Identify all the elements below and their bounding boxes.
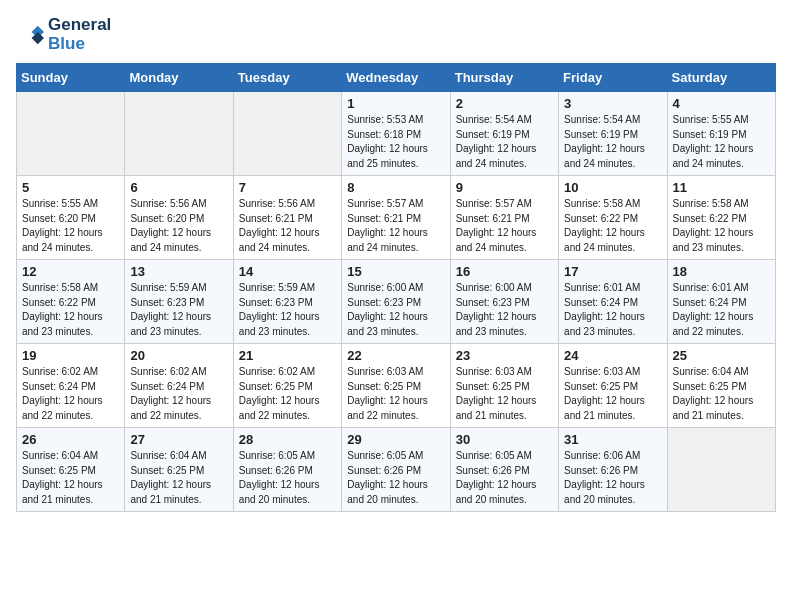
- logo-icon: [16, 21, 44, 49]
- day-info: Sunrise: 5:57 AM Sunset: 6:21 PM Dayligh…: [456, 197, 553, 255]
- weekday-header: Sunday: [17, 64, 125, 92]
- day-number: 6: [130, 180, 227, 195]
- day-number: 19: [22, 348, 119, 363]
- day-info: Sunrise: 5:54 AM Sunset: 6:19 PM Dayligh…: [456, 113, 553, 171]
- logo-line1: General: [48, 16, 111, 35]
- calendar-cell: 6Sunrise: 5:56 AM Sunset: 6:20 PM Daylig…: [125, 176, 233, 260]
- day-number: 9: [456, 180, 553, 195]
- calendar-cell: [125, 92, 233, 176]
- day-info: Sunrise: 5:57 AM Sunset: 6:21 PM Dayligh…: [347, 197, 444, 255]
- calendar-header: SundayMondayTuesdayWednesdayThursdayFrid…: [17, 64, 776, 92]
- weekday-header: Tuesday: [233, 64, 341, 92]
- weekday-header: Saturday: [667, 64, 775, 92]
- calendar-cell: 18Sunrise: 6:01 AM Sunset: 6:24 PM Dayli…: [667, 260, 775, 344]
- day-number: 18: [673, 264, 770, 279]
- day-number: 28: [239, 432, 336, 447]
- weekday-header: Wednesday: [342, 64, 450, 92]
- day-info: Sunrise: 6:03 AM Sunset: 6:25 PM Dayligh…: [564, 365, 661, 423]
- day-number: 4: [673, 96, 770, 111]
- day-info: Sunrise: 6:01 AM Sunset: 6:24 PM Dayligh…: [564, 281, 661, 339]
- week-row: 26Sunrise: 6:04 AM Sunset: 6:25 PM Dayli…: [17, 428, 776, 512]
- calendar-cell: 7Sunrise: 5:56 AM Sunset: 6:21 PM Daylig…: [233, 176, 341, 260]
- calendar-cell: 4Sunrise: 5:55 AM Sunset: 6:19 PM Daylig…: [667, 92, 775, 176]
- day-info: Sunrise: 5:59 AM Sunset: 6:23 PM Dayligh…: [130, 281, 227, 339]
- day-number: 10: [564, 180, 661, 195]
- calendar-cell: 30Sunrise: 6:05 AM Sunset: 6:26 PM Dayli…: [450, 428, 558, 512]
- day-number: 22: [347, 348, 444, 363]
- day-info: Sunrise: 6:02 AM Sunset: 6:24 PM Dayligh…: [22, 365, 119, 423]
- day-info: Sunrise: 5:58 AM Sunset: 6:22 PM Dayligh…: [564, 197, 661, 255]
- day-info: Sunrise: 5:59 AM Sunset: 6:23 PM Dayligh…: [239, 281, 336, 339]
- calendar-cell: 24Sunrise: 6:03 AM Sunset: 6:25 PM Dayli…: [559, 344, 667, 428]
- day-number: 21: [239, 348, 336, 363]
- weekday-header: Thursday: [450, 64, 558, 92]
- day-info: Sunrise: 6:04 AM Sunset: 6:25 PM Dayligh…: [22, 449, 119, 507]
- calendar-cell: [17, 92, 125, 176]
- day-number: 13: [130, 264, 227, 279]
- day-info: Sunrise: 5:56 AM Sunset: 6:20 PM Dayligh…: [130, 197, 227, 255]
- week-row: 5Sunrise: 5:55 AM Sunset: 6:20 PM Daylig…: [17, 176, 776, 260]
- day-number: 26: [22, 432, 119, 447]
- day-number: 11: [673, 180, 770, 195]
- calendar-cell: 12Sunrise: 5:58 AM Sunset: 6:22 PM Dayli…: [17, 260, 125, 344]
- calendar-cell: 31Sunrise: 6:06 AM Sunset: 6:26 PM Dayli…: [559, 428, 667, 512]
- day-number: 12: [22, 264, 119, 279]
- calendar-cell: 5Sunrise: 5:55 AM Sunset: 6:20 PM Daylig…: [17, 176, 125, 260]
- day-number: 24: [564, 348, 661, 363]
- weekday-row: SundayMondayTuesdayWednesdayThursdayFrid…: [17, 64, 776, 92]
- calendar-cell: 19Sunrise: 6:02 AM Sunset: 6:24 PM Dayli…: [17, 344, 125, 428]
- weekday-header: Friday: [559, 64, 667, 92]
- day-info: Sunrise: 6:06 AM Sunset: 6:26 PM Dayligh…: [564, 449, 661, 507]
- day-number: 29: [347, 432, 444, 447]
- day-info: Sunrise: 5:56 AM Sunset: 6:21 PM Dayligh…: [239, 197, 336, 255]
- day-number: 27: [130, 432, 227, 447]
- day-number: 17: [564, 264, 661, 279]
- day-info: Sunrise: 5:58 AM Sunset: 6:22 PM Dayligh…: [673, 197, 770, 255]
- day-info: Sunrise: 5:58 AM Sunset: 6:22 PM Dayligh…: [22, 281, 119, 339]
- day-info: Sunrise: 6:01 AM Sunset: 6:24 PM Dayligh…: [673, 281, 770, 339]
- day-info: Sunrise: 6:03 AM Sunset: 6:25 PM Dayligh…: [456, 365, 553, 423]
- calendar-cell: 27Sunrise: 6:04 AM Sunset: 6:25 PM Dayli…: [125, 428, 233, 512]
- calendar-cell: 13Sunrise: 5:59 AM Sunset: 6:23 PM Dayli…: [125, 260, 233, 344]
- day-info: Sunrise: 6:05 AM Sunset: 6:26 PM Dayligh…: [456, 449, 553, 507]
- header: General Blue: [16, 16, 776, 53]
- logo-text: General Blue: [48, 16, 111, 53]
- day-number: 1: [347, 96, 444, 111]
- calendar-cell: 11Sunrise: 5:58 AM Sunset: 6:22 PM Dayli…: [667, 176, 775, 260]
- calendar-cell: 20Sunrise: 6:02 AM Sunset: 6:24 PM Dayli…: [125, 344, 233, 428]
- calendar-cell: 15Sunrise: 6:00 AM Sunset: 6:23 PM Dayli…: [342, 260, 450, 344]
- calendar-table: SundayMondayTuesdayWednesdayThursdayFrid…: [16, 63, 776, 512]
- day-info: Sunrise: 6:02 AM Sunset: 6:24 PM Dayligh…: [130, 365, 227, 423]
- day-info: Sunrise: 6:05 AM Sunset: 6:26 PM Dayligh…: [239, 449, 336, 507]
- day-number: 5: [22, 180, 119, 195]
- day-number: 23: [456, 348, 553, 363]
- day-info: Sunrise: 6:00 AM Sunset: 6:23 PM Dayligh…: [347, 281, 444, 339]
- calendar-cell: 8Sunrise: 5:57 AM Sunset: 6:21 PM Daylig…: [342, 176, 450, 260]
- calendar-cell: 28Sunrise: 6:05 AM Sunset: 6:26 PM Dayli…: [233, 428, 341, 512]
- day-info: Sunrise: 6:00 AM Sunset: 6:23 PM Dayligh…: [456, 281, 553, 339]
- day-number: 30: [456, 432, 553, 447]
- calendar-cell: 16Sunrise: 6:00 AM Sunset: 6:23 PM Dayli…: [450, 260, 558, 344]
- page: General Blue SundayMondayTuesdayWednesda…: [0, 0, 792, 528]
- day-number: 16: [456, 264, 553, 279]
- day-info: Sunrise: 6:02 AM Sunset: 6:25 PM Dayligh…: [239, 365, 336, 423]
- day-number: 3: [564, 96, 661, 111]
- day-info: Sunrise: 5:55 AM Sunset: 6:19 PM Dayligh…: [673, 113, 770, 171]
- day-number: 14: [239, 264, 336, 279]
- calendar-cell: 2Sunrise: 5:54 AM Sunset: 6:19 PM Daylig…: [450, 92, 558, 176]
- svg-marker-1: [32, 32, 44, 44]
- calendar-cell: [233, 92, 341, 176]
- day-number: 15: [347, 264, 444, 279]
- calendar-cell: 10Sunrise: 5:58 AM Sunset: 6:22 PM Dayli…: [559, 176, 667, 260]
- day-number: 2: [456, 96, 553, 111]
- day-info: Sunrise: 5:55 AM Sunset: 6:20 PM Dayligh…: [22, 197, 119, 255]
- calendar-cell: 21Sunrise: 6:02 AM Sunset: 6:25 PM Dayli…: [233, 344, 341, 428]
- calendar-cell: 23Sunrise: 6:03 AM Sunset: 6:25 PM Dayli…: [450, 344, 558, 428]
- calendar-cell: 17Sunrise: 6:01 AM Sunset: 6:24 PM Dayli…: [559, 260, 667, 344]
- week-row: 19Sunrise: 6:02 AM Sunset: 6:24 PM Dayli…: [17, 344, 776, 428]
- day-number: 25: [673, 348, 770, 363]
- logo: General Blue: [16, 16, 111, 53]
- day-number: 7: [239, 180, 336, 195]
- day-info: Sunrise: 6:04 AM Sunset: 6:25 PM Dayligh…: [130, 449, 227, 507]
- day-info: Sunrise: 6:03 AM Sunset: 6:25 PM Dayligh…: [347, 365, 444, 423]
